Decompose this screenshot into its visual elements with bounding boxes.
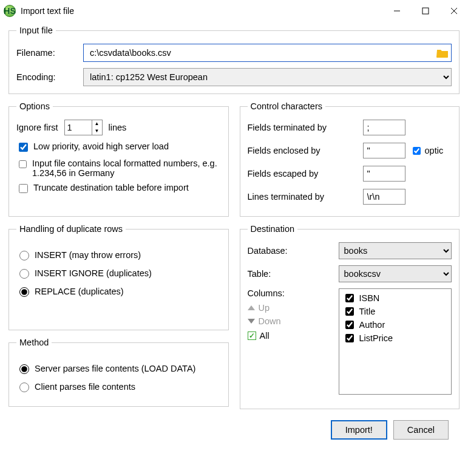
filename-input[interactable] xyxy=(89,47,436,58)
folder-icon[interactable] xyxy=(436,48,449,58)
table-label: Table: xyxy=(248,269,339,279)
destination-legend: Destination xyxy=(248,224,298,234)
column-name: Author xyxy=(359,320,385,330)
truncate-label: Truncate destination table before import xyxy=(33,183,189,192)
control-chars-legend: Control characters xyxy=(248,101,325,111)
insert-ignore-radio[interactable] xyxy=(19,269,29,279)
replace-label: REPLACE (duplicates) xyxy=(35,287,124,296)
low-priority-checkbox[interactable] xyxy=(19,143,28,152)
spinner-up-icon[interactable]: ▲ xyxy=(92,120,102,127)
duplicates-group: Handling of duplicate rows INSERT (may t… xyxy=(8,224,229,330)
column-item[interactable]: ListPrice xyxy=(343,332,448,345)
options-group: Options Ignore first ▲ ▼ lines Low prior… xyxy=(8,101,229,217)
column-checkbox[interactable] xyxy=(345,307,354,316)
column-item[interactable]: ISBN xyxy=(343,291,448,305)
column-item[interactable]: Title xyxy=(343,305,448,318)
table-select[interactable]: bookscsv xyxy=(339,265,452,282)
local-numbers-label: Input file contains local formatted numb… xyxy=(32,158,221,178)
move-up-button[interactable]: Up xyxy=(248,303,333,313)
minimize-button[interactable] xyxy=(382,1,411,21)
triangle-down-icon xyxy=(248,319,255,324)
client-parse-radio[interactable] xyxy=(19,382,29,392)
server-parse-label: Server parses file contents (LOAD DATA) xyxy=(35,364,195,373)
fields-encl-input[interactable] xyxy=(363,143,405,158)
check-icon: ✓ xyxy=(248,332,256,340)
fields-term-input[interactable] xyxy=(363,120,405,135)
column-checkbox[interactable] xyxy=(345,294,354,302)
app-icon: HS xyxy=(4,5,16,17)
encoding-select[interactable]: latin1: cp1252 West European xyxy=(83,68,452,86)
destination-group: Destination Database: books Table: books… xyxy=(240,224,460,409)
svg-rect-1 xyxy=(422,8,429,14)
insert-radio[interactable] xyxy=(19,251,29,260)
database-select[interactable]: books xyxy=(339,242,452,259)
control-chars-group: Control characters Fields terminated by … xyxy=(240,101,460,217)
optic-checkbox[interactable] xyxy=(413,147,421,155)
input-file-legend: Input file xyxy=(16,25,56,35)
all-columns-toggle[interactable]: ✓ All xyxy=(248,331,333,341)
maximize-button[interactable] xyxy=(411,1,439,21)
fields-term-label: Fields terminated by xyxy=(248,123,363,132)
truncate-checkbox[interactable] xyxy=(19,184,28,193)
lines-term-label: Lines terminated by xyxy=(248,192,363,202)
column-checkbox[interactable] xyxy=(345,321,354,329)
column-name: Title xyxy=(359,307,376,316)
filename-label: Filename: xyxy=(16,48,83,58)
title-bar: HS Import text file xyxy=(0,0,468,22)
import-button[interactable]: Import! xyxy=(331,420,387,440)
input-file-group: Input file Filename: Encoding: latin1: c… xyxy=(8,25,460,94)
insert-ignore-label: INSERT IGNORE (duplicates) xyxy=(35,268,152,278)
spinner-down-icon[interactable]: ▼ xyxy=(92,127,102,135)
ignore-first-spinner[interactable]: ▲ ▼ xyxy=(64,120,103,135)
local-numbers-checkbox[interactable] xyxy=(19,160,27,169)
method-legend: Method xyxy=(16,338,52,347)
lines-term-input[interactable] xyxy=(363,189,405,205)
cancel-button[interactable]: Cancel xyxy=(393,420,449,440)
window-title: Import text file xyxy=(21,6,74,16)
column-name: ISBN xyxy=(359,293,380,303)
column-item[interactable]: Author xyxy=(343,318,448,332)
insert-label: INSERT (may throw errors) xyxy=(35,250,141,260)
options-legend: Options xyxy=(16,101,53,111)
column-name: ListPrice xyxy=(359,333,393,343)
server-parse-radio[interactable] xyxy=(19,364,29,374)
low-priority-label: Low priority, avoid high server load xyxy=(33,141,169,151)
database-label: Database: xyxy=(248,246,339,256)
fields-esc-input[interactable] xyxy=(363,166,405,182)
ignore-first-suffix: lines xyxy=(109,123,127,132)
fields-encl-label: Fields enclosed by xyxy=(248,146,363,155)
column-checkbox[interactable] xyxy=(345,334,354,342)
encoding-label: Encoding: xyxy=(16,72,83,82)
client-parse-label: Client parses file contents xyxy=(35,382,135,392)
ignore-first-input[interactable] xyxy=(65,120,92,135)
close-button[interactable] xyxy=(439,1,468,21)
method-group: Method Server parses file contents (LOAD… xyxy=(8,338,229,407)
duplicates-legend: Handling of duplicate rows xyxy=(16,224,126,234)
filename-field-wrapper[interactable] xyxy=(83,44,452,62)
optic-label: optic xyxy=(425,146,444,155)
columns-label: Columns: xyxy=(248,288,333,298)
replace-radio[interactable] xyxy=(19,287,29,297)
ignore-first-label: Ignore first xyxy=(16,123,58,132)
columns-list[interactable]: ISBNTitleAuthorListPrice xyxy=(339,288,452,395)
triangle-up-icon xyxy=(248,305,255,310)
move-down-button[interactable]: Down xyxy=(248,316,333,326)
fields-esc-label: Fields escaped by xyxy=(248,169,363,178)
